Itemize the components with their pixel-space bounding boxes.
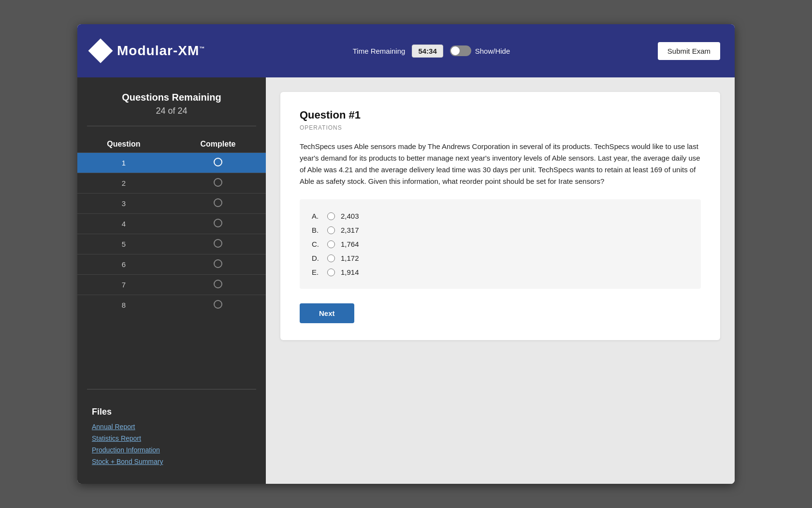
complete-radio [214, 158, 222, 166]
next-button[interactable]: Next [300, 303, 354, 323]
question-complete-cell [170, 173, 266, 194]
questions-remaining-title: Questions Remaining [87, 92, 256, 103]
time-remaining-label: Time Remaining [353, 47, 406, 55]
answer-radio[interactable] [327, 254, 335, 262]
answer-label: E. [312, 268, 321, 276]
answer-radio[interactable] [327, 226, 335, 234]
answer-radio[interactable] [327, 269, 335, 276]
logo: Modular-XM™ [92, 42, 205, 60]
question-number-cell: 4 [77, 214, 170, 234]
question-number-cell: 8 [77, 295, 170, 315]
question-number-cell: 6 [77, 254, 170, 275]
question-complete-cell [170, 214, 266, 234]
answer-option[interactable]: D. 1,172 [312, 251, 689, 265]
question-text: TechSpecs uses Able sensors made by The … [300, 141, 701, 187]
answer-label: C. [312, 240, 321, 248]
table-row[interactable]: 5 [77, 234, 266, 254]
question-number-cell: 7 [77, 275, 170, 295]
question-number-cell: 5 [77, 234, 170, 254]
table-row[interactable]: 6 [77, 254, 266, 275]
files-title: Files [92, 407, 251, 417]
answers-box: A. 2,403 B. 2,317 C. 1,764 D. 1,172 E. 1… [300, 199, 701, 289]
question-complete-cell [170, 275, 266, 295]
answer-option[interactable]: A. 2,403 [312, 209, 689, 223]
toggle-track[interactable] [450, 45, 471, 56]
question-number-cell: 1 [77, 153, 170, 173]
table-row[interactable]: 4 [77, 214, 266, 234]
show-hide-label: Show/Hide [475, 47, 510, 55]
divider-top [87, 126, 256, 126]
question-table: Question Complete 1 2 3 4 5 6 7 [77, 136, 266, 315]
question-number-cell: 2 [77, 173, 170, 194]
time-display: 54:34 [412, 45, 443, 58]
table-header-row: Question Complete [77, 136, 266, 153]
question-complete-cell [170, 234, 266, 254]
header-right: Submit Exam [658, 42, 720, 60]
question-number: Question #1 [300, 109, 701, 121]
header: Modular-XM™ Time Remaining 54:34 Show/Hi… [77, 24, 735, 77]
question-complete-cell [170, 194, 266, 214]
question-list-scroll: Question Complete 1 2 3 4 5 6 7 [77, 136, 266, 379]
main-content: Questions Remaining 24 of 24 Question Co… [77, 77, 735, 484]
submit-exam-button[interactable]: Submit Exam [658, 42, 720, 60]
col-complete: Complete [170, 136, 266, 153]
answer-option[interactable]: B. 2,317 [312, 223, 689, 237]
complete-radio [214, 198, 222, 207]
answer-value: 1,764 [341, 240, 359, 248]
table-row[interactable]: 7 [77, 275, 266, 295]
questions-remaining-section: Questions Remaining 24 of 24 [77, 92, 266, 126]
question-category: OPERATIONS [300, 124, 701, 131]
table-row[interactable]: 8 [77, 295, 266, 315]
answer-value: 2,403 [341, 212, 359, 220]
col-question: Question [77, 136, 170, 153]
table-row[interactable]: 1 [77, 153, 266, 173]
toggle-knob [451, 46, 460, 55]
logo-text: Modular-XM™ [117, 43, 205, 59]
divider-files [87, 389, 256, 389]
answer-option[interactable]: C. 1,764 [312, 237, 689, 251]
answer-radio[interactable] [327, 240, 335, 248]
answer-label: D. [312, 254, 321, 262]
question-complete-cell [170, 254, 266, 275]
answer-value: 1,914 [341, 268, 359, 276]
complete-radio [214, 219, 222, 227]
files-section: Files Annual ReportStatistics ReportProd… [77, 397, 266, 474]
file-link[interactable]: Production Information [92, 446, 251, 454]
show-hide-toggle[interactable]: Show/Hide [450, 45, 510, 56]
questions-remaining-count: 24 of 24 [87, 106, 256, 116]
file-link[interactable]: Statistics Report [92, 434, 251, 442]
header-center: Time Remaining 54:34 Show/Hide [205, 45, 658, 58]
answer-label: A. [312, 212, 321, 220]
answer-value: 2,317 [341, 226, 359, 234]
table-row[interactable]: 3 [77, 194, 266, 214]
content-area: Question #1 OPERATIONS TechSpecs uses Ab… [266, 77, 735, 484]
question-complete-cell [170, 295, 266, 315]
question-complete-cell [170, 153, 266, 173]
answer-label: B. [312, 226, 321, 234]
file-link[interactable]: Stock + Bond Summary [92, 458, 251, 465]
file-link[interactable]: Annual Report [92, 423, 251, 431]
complete-radio [214, 239, 222, 248]
complete-radio [214, 259, 222, 268]
question-card: Question #1 OPERATIONS TechSpecs uses Ab… [280, 92, 720, 340]
complete-radio [214, 280, 222, 288]
complete-radio [214, 178, 222, 187]
answer-radio[interactable] [327, 212, 335, 220]
answer-option[interactable]: E. 1,914 [312, 265, 689, 279]
logo-diamond-icon [88, 39, 113, 63]
answer-value: 1,172 [341, 254, 359, 262]
file-links-container: Annual ReportStatistics ReportProduction… [92, 423, 251, 465]
table-row[interactable]: 2 [77, 173, 266, 194]
complete-radio [214, 300, 222, 309]
sidebar: Questions Remaining 24 of 24 Question Co… [77, 77, 266, 484]
question-number-cell: 3 [77, 194, 170, 214]
